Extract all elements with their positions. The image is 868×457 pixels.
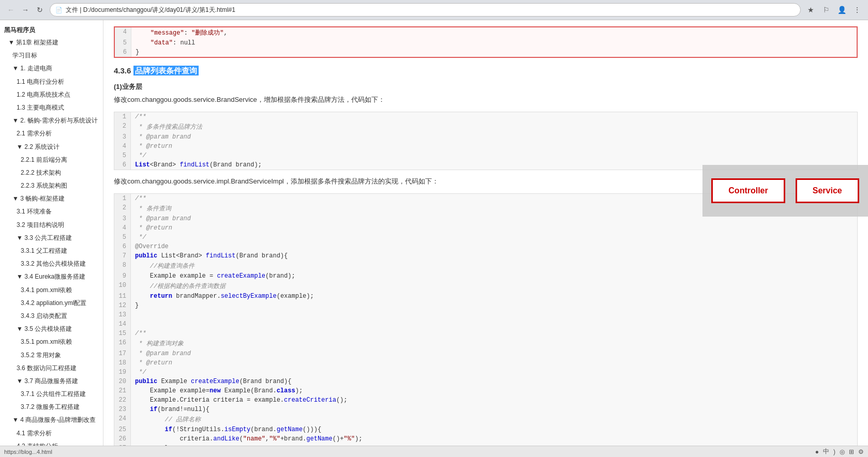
- sidebar-item-3-3-1[interactable]: 3.3.1 父工程搭建: [0, 245, 103, 257]
- back-button[interactable]: ←: [4, 3, 18, 17]
- profile-icon[interactable]: 👤: [835, 3, 848, 17]
- code-line: 4 * @return: [114, 142, 857, 151]
- code-line: 11 return brandMapper.selectByExample(ex…: [114, 292, 857, 301]
- code-line: 10 //根据构建的条件查询数据: [114, 281, 857, 292]
- code-line: 5 */: [114, 233, 857, 242]
- sidebar-item-4-1[interactable]: 4.1 需求分析: [0, 427, 103, 440]
- extensions-icon[interactable]: ⚐: [819, 3, 833, 17]
- address-bar[interactable]: 📄 文件 | D:/documents/changgou/讲义/day01/讲义…: [50, 3, 801, 17]
- sidebar-item-3-3[interactable]: ▼ 3.3 公共工程搭建: [0, 232, 103, 245]
- code-line: 14: [114, 319, 857, 329]
- status-right: ● 中 ) ◎ ⊞ ⚙: [815, 447, 864, 456]
- status-icon-target[interactable]: ◎: [840, 448, 845, 455]
- main-area: 黑马程序员 ▼ 第1章 框架搭建 学习目标 ▼ 1. 走进电商 1.1 电商行业…: [0, 20, 868, 446]
- sidebar-item-3-7-1[interactable]: 3.7.1 公共组件工程搭建: [0, 388, 103, 401]
- code-line: 22 Example.Criteria criteria = example.c…: [114, 395, 857, 405]
- paragraph-1: 修改com.changgou.goods.service.BrandServic…: [114, 95, 858, 105]
- sidebar-item-3-4-1[interactable]: 3.4.1 pom.xml依赖: [0, 284, 103, 297]
- nav-buttons: ← → ↻: [4, 3, 47, 17]
- sidebar-item-3-5[interactable]: ▼ 3.5 公共模块搭建: [0, 323, 103, 336]
- reload-button[interactable]: ↻: [33, 3, 47, 17]
- code-line: 20 public Example createExample(Brand br…: [114, 377, 857, 386]
- code-line: 6 }: [115, 48, 857, 57]
- code-line: 5 "data": null: [115, 38, 857, 48]
- controller-button[interactable]: Controller: [711, 178, 785, 203]
- forward-button[interactable]: →: [19, 3, 32, 17]
- code-line: 2 * 多条件搜索品牌方法: [114, 121, 857, 132]
- code-line: 4 * @return: [114, 223, 857, 233]
- lock-icon: 📄: [55, 7, 63, 13]
- code-line: 16 * 构建查询对象: [114, 338, 857, 349]
- toolbar-icons: ★ ⚐ 👤 ⋮: [804, 3, 864, 17]
- code-line: 24 // 品牌名称: [114, 414, 857, 425]
- sidebar-item-3-3-2[interactable]: 3.3.2 其他公共模块搭建: [0, 257, 103, 270]
- sidebar-item-goals[interactable]: 学习目标: [0, 49, 103, 62]
- status-url: https://blog...4.html: [4, 449, 52, 455]
- code-line: 9 Example example = createExample(brand)…: [114, 271, 857, 281]
- code-line: 15 /**: [114, 329, 857, 338]
- code-line: 5 */: [114, 151, 857, 160]
- status-icon-grid[interactable]: ⊞: [849, 448, 854, 455]
- sidebar-item-2-2-1[interactable]: 2.2.1 前后端分离: [0, 154, 103, 166]
- sidebar-item-3-5-2[interactable]: 3.5.2 常用对象: [0, 349, 103, 362]
- service-button[interactable]: Service: [796, 178, 859, 203]
- code-line: 12 }: [114, 301, 857, 310]
- code-line: 23 if(brand!=null){: [114, 405, 857, 414]
- menu-icon[interactable]: ⋮: [850, 3, 864, 17]
- code-line: 4 "message": "删除成功",: [115, 27, 857, 38]
- code-line: 6 @Override: [114, 242, 857, 251]
- code-line: 26 criteria.andLike("name","%"+brand.get…: [114, 434, 857, 444]
- status-icon-paren[interactable]: ): [833, 448, 835, 455]
- sidebar-item-3-4-2[interactable]: 3.4.2 appliation.yml配置: [0, 297, 103, 310]
- interface-code-block: 1 /** 2 * 多条件搜索品牌方法 3 * @param brand 4 *…: [114, 112, 858, 170]
- sidebar-item-ecommerce[interactable]: ▼ 1. 走进电商: [0, 62, 103, 75]
- code-line: 7 public List<Brand> findList(Brand bran…: [114, 251, 857, 261]
- sidebar-item-3-4-3[interactable]: 3.4.3 启动类配置: [0, 310, 103, 323]
- section-title-436: 4.3.6 品牌列表条件查询: [114, 66, 858, 76]
- code-line: 17 * @param brand: [114, 349, 857, 358]
- sidebar-item-2[interactable]: ▼ 2. 畅购-需求分析与系统设计: [0, 114, 103, 127]
- code-line: 27 }: [114, 444, 857, 446]
- popup-overlay: Controller Service: [702, 165, 868, 217]
- sidebar-item-1-3[interactable]: 1.3 主要电商模式: [0, 101, 103, 114]
- status-icon-chinese[interactable]: 中: [823, 447, 829, 456]
- code-line: 19 */: [114, 368, 857, 377]
- sidebar-item-3-2[interactable]: 3.2 项目结构说明: [0, 219, 103, 232]
- code-line: 21 Example example=new Example(Brand.cla…: [114, 386, 857, 395]
- sidebar-item-4-2[interactable]: 4.2 表结构分析: [0, 440, 103, 446]
- subtitle-1: (1)业务层: [114, 82, 858, 92]
- sidebar-item-3-7-2[interactable]: 3.7.2 微服务工程搭建: [0, 401, 103, 414]
- browser-chrome: ← → ↻ 📄 文件 | D:/documents/changgou/讲义/da…: [0, 0, 868, 20]
- prev-code-block: 4 "message": "删除成功", 5 "data": null 6 }: [114, 26, 858, 58]
- sidebar-item-3-6[interactable]: 3.6 数据访问工程搭建: [0, 362, 103, 375]
- code-line: 25 if(!StringUtils.isEmpty(brand.getName…: [114, 425, 857, 434]
- sidebar-item-3[interactable]: ▼ 3 畅购-框架搭建: [0, 192, 103, 205]
- code-line: 13: [114, 310, 857, 319]
- sidebar: 黑马程序员 ▼ 第1章 框架搭建 学习目标 ▼ 1. 走进电商 1.1 电商行业…: [0, 20, 103, 446]
- sidebar-item-2-2-2[interactable]: 2.2.2 技术架构: [0, 166, 103, 179]
- sidebar-item-3-7[interactable]: ▼ 3.7 商品微服务搭建: [0, 375, 103, 388]
- code-line: 1 /**: [114, 112, 857, 121]
- sidebar-item-2-2-3[interactable]: 2.2.3 系统架构图: [0, 179, 103, 192]
- sidebar-item-2-2[interactable]: ▼ 2.2 系统设计: [0, 141, 103, 154]
- sidebar-item-3-5-1[interactable]: 3.5.1 pom.xml依赖: [0, 336, 103, 348]
- sidebar-item-2-1[interactable]: 2.1 需求分析: [0, 127, 103, 140]
- impl-code-block: 1 /** 2 * 条件查询 3 * @param brand 4 * @ret…: [114, 193, 858, 446]
- bookmark-icon[interactable]: ★: [804, 3, 817, 17]
- sidebar-item-1-2[interactable]: 1.2 电商系统技术点: [0, 88, 103, 101]
- status-icon-gear[interactable]: ⚙: [858, 448, 864, 455]
- sidebar-header[interactable]: 黑马程序员: [0, 24, 103, 36]
- sidebar-item-1-1[interactable]: 1.1 电商行业分析: [0, 75, 103, 88]
- sidebar-item-3-1[interactable]: 3.1 环境准备: [0, 205, 103, 218]
- status-bar: https://blog...4.html ● 中 ) ◎ ⊞ ⚙: [0, 446, 868, 457]
- sidebar-item-3-4[interactable]: ▼ 3.4 Eureka微服务搭建: [0, 270, 103, 283]
- url-text: 文件 | D:/documents/changgou/讲义/day01/讲义/第…: [66, 6, 235, 14]
- sidebar-item-chapter1[interactable]: ▼ 第1章 框架搭建: [0, 36, 103, 49]
- sidebar-item-4[interactable]: ▼ 4 商品微服务-品牌增删改查: [0, 414, 103, 426]
- code-line: 3 * @param brand: [114, 132, 857, 142]
- status-icon-circle[interactable]: ●: [815, 448, 819, 455]
- code-line: 18 * @return: [114, 358, 857, 368]
- content-area: 4 "message": "删除成功", 5 "data": null 6 } …: [103, 20, 868, 446]
- code-line: 8 //构建查询条件: [114, 261, 857, 271]
- section-highlight: 品牌列表条件查询: [133, 66, 199, 75]
